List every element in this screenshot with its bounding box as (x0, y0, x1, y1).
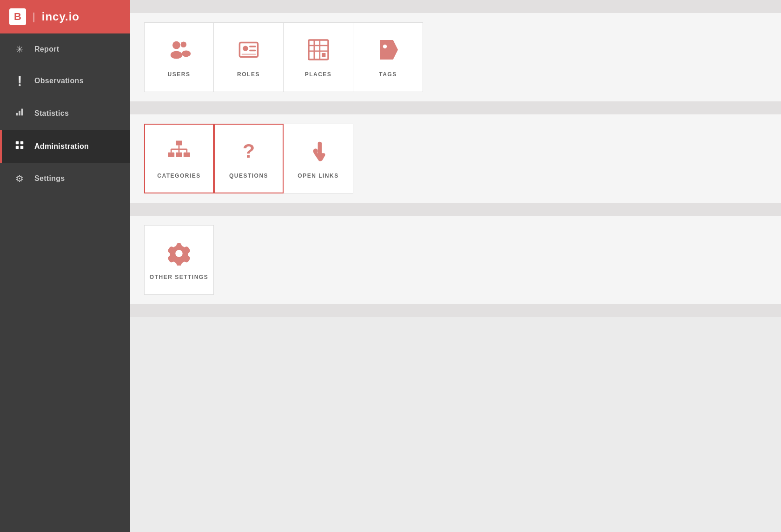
section-spacer-2 (130, 203, 781, 216)
other-settings-icon (166, 239, 192, 267)
sidebar-header: B | incy.io (0, 0, 130, 33)
sidebar-administration-label: Administration (34, 142, 89, 151)
top-spacer (130, 0, 781, 13)
users-icon (166, 37, 192, 65)
svg-point-7 (172, 41, 180, 49)
section-2-cards: CATEGORIES ? QUESTIONS OPEN LINKS (130, 114, 781, 203)
report-icon-alt: ✳ (13, 44, 26, 55)
sidebar-statistics-label: Statistics (34, 109, 69, 118)
svg-point-22 (383, 45, 386, 48)
questions-label: QUESTIONS (229, 173, 268, 179)
svg-rect-21 (322, 53, 325, 57)
svg-rect-5 (16, 146, 19, 149)
questions-icon: ? (236, 138, 262, 166)
administration-icon (13, 140, 26, 153)
bottom-spacer (130, 304, 781, 317)
sidebar-item-administration[interactable]: Administration (0, 130, 130, 163)
tags-icon (375, 37, 401, 65)
logo-text: incy.io (42, 10, 79, 23)
svg-rect-2 (21, 109, 23, 116)
card-open-links[interactable]: OPEN LINKS (284, 124, 353, 193)
users-label: USERS (168, 71, 191, 78)
logo-divider: | (33, 11, 35, 23)
places-label: PLACES (305, 71, 332, 78)
tags-label: TAGS (379, 71, 397, 78)
main-content: USERS ROLES (130, 0, 781, 532)
sidebar-item-settings[interactable]: ⚙ Settings (0, 163, 130, 194)
sidebar-item-report[interactable]: ✳ Report (0, 33, 130, 65)
svg-rect-6 (20, 146, 23, 149)
svg-rect-33 (313, 148, 318, 153)
card-roles[interactable]: ROLES (214, 22, 284, 92)
logo-b-icon: B (9, 8, 26, 25)
categories-icon (166, 138, 192, 166)
svg-point-10 (182, 50, 191, 57)
svg-rect-31 (184, 153, 190, 157)
section-1-cards: USERS ROLES (130, 13, 781, 101)
section-3-cards: OTHER SETTINGS (130, 216, 781, 304)
card-places[interactable]: PLACES (284, 22, 353, 92)
svg-rect-30 (176, 153, 182, 157)
open-links-icon (305, 138, 331, 166)
roles-label: ROLES (237, 71, 260, 78)
card-questions[interactable]: ? QUESTIONS (214, 124, 284, 193)
svg-rect-4 (20, 141, 23, 144)
card-other-settings[interactable]: OTHER SETTINGS (144, 225, 214, 295)
other-settings-label: OTHER SETTINGS (150, 274, 208, 280)
places-icon (305, 37, 331, 65)
svg-rect-3 (16, 141, 19, 144)
observations-icon: ❕ (13, 75, 26, 86)
statistics-icon (13, 107, 26, 120)
open-links-label: OPEN LINKS (298, 173, 338, 179)
card-users[interactable]: USERS (144, 22, 214, 92)
sidebar-observations-label: Observations (34, 77, 84, 85)
svg-point-8 (171, 51, 182, 59)
sidebar-item-observations[interactable]: ❕ Observations (0, 65, 130, 97)
sidebar-item-statistics[interactable]: Statistics (0, 97, 130, 130)
section-spacer-1 (130, 101, 781, 114)
svg-rect-1 (19, 111, 20, 115)
categories-label: CATEGORIES (157, 173, 200, 179)
sidebar-report-label: Report (34, 45, 59, 53)
settings-icon: ⚙ (13, 173, 26, 184)
svg-rect-29 (168, 153, 174, 157)
card-categories[interactable]: CATEGORIES (144, 124, 214, 193)
svg-point-12 (243, 46, 248, 51)
sidebar-settings-label: Settings (34, 174, 65, 183)
svg-rect-23 (176, 141, 182, 146)
svg-text:?: ? (243, 140, 255, 162)
svg-rect-0 (16, 113, 18, 116)
sidebar: B | incy.io ✳ Report ❕ Observations Stat… (0, 0, 130, 532)
svg-point-9 (181, 42, 187, 48)
card-tags[interactable]: TAGS (353, 22, 423, 92)
roles-icon (236, 37, 262, 65)
